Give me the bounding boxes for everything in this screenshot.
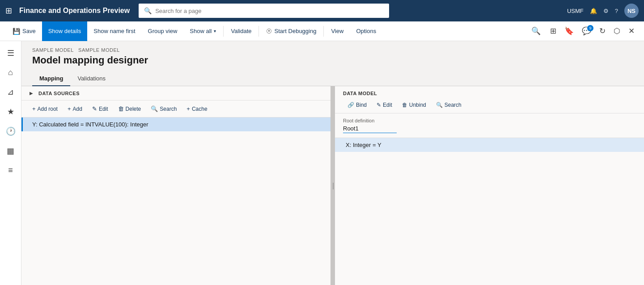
add-root-button[interactable]: + Add root [28, 103, 62, 114]
collapse-button[interactable]: ▶ [28, 90, 35, 96]
root-definition-area: Root definition Root1 [335, 113, 644, 138]
right-toolbar: 🔗 Bind ✎ Edit 🗑 Unbind 🔍 [343, 100, 636, 110]
left-pane: ▶ DATA SOURCES + Add root + Add ✎ Edit [21, 86, 331, 285]
view-button[interactable]: View [325, 21, 350, 41]
root-definition-label: Root definition [343, 118, 636, 123]
open-icon[interactable]: ⬡ [610, 25, 623, 38]
add-root-icon: + [32, 105, 36, 112]
close-icon[interactable]: ✕ [625, 25, 638, 38]
notification-icon[interactable]: 💬 9 [579, 25, 594, 38]
divider-handle[interactable] [331, 86, 335, 285]
breadcrumb: SAMPLE MODEL SAMPLE MODEL [32, 47, 633, 53]
save-icon: 💾 [13, 28, 20, 35]
root-definition-value[interactable]: Root1 [343, 125, 397, 133]
right-pane: DATA MODEL 🔗 Bind ✎ Edit 🗑 Unbind [335, 86, 644, 285]
bind-button[interactable]: 🔗 Bind [343, 100, 371, 110]
save-button[interactable]: 💾 Save [6, 21, 42, 41]
edit-icon: ✎ [92, 105, 97, 112]
personalize-icon[interactable]: ⊞ [547, 25, 559, 38]
unbind-button[interactable]: 🗑 Unbind [398, 100, 431, 110]
cache-button[interactable]: + Cache [182, 103, 212, 114]
show-details-button[interactable]: Show details [42, 21, 88, 41]
actionbar-search-icon[interactable]: 🔍 [527, 26, 545, 36]
group-view-button[interactable]: Group view [142, 21, 184, 41]
refresh-icon[interactable]: ↻ [596, 25, 609, 38]
right-edit-icon: ✎ [377, 102, 381, 108]
right-data-list: X: Integer = Y [335, 138, 644, 285]
delete-icon: 🗑 [118, 105, 124, 112]
validate-button[interactable]: Validate [225, 21, 258, 41]
tab-validations[interactable]: Validations [70, 71, 113, 86]
sidebar: ☰ ⌂ ⊿ ★ 🕐 ▦ ≡ [0, 41, 21, 285]
options-button[interactable]: Options [350, 21, 382, 41]
separator-3 [323, 26, 324, 37]
table-row[interactable]: X: Integer = Y [335, 138, 644, 152]
search-icon-left: 🔍 [151, 105, 158, 112]
actionbar-right-icons: ⊞ 🔖 💬 9 ↻ ⬡ ✕ [547, 25, 638, 38]
page-title: Model mapping designer [32, 54, 633, 66]
notification-badge: 9 [587, 25, 593, 31]
actionbar: 💾 Save Show details Show name first Grou… [0, 21, 644, 41]
bell-icon[interactable]: 🔔 [590, 8, 597, 14]
settings-icon[interactable]: ⚙ [603, 8, 609, 14]
left-toolbar: + Add root + Add ✎ Edit 🗑 Delete [21, 101, 330, 117]
user-label[interactable]: USMF [567, 8, 584, 14]
search-input[interactable] [155, 8, 384, 14]
topbar-right: USMF 🔔 ⚙ ? NS [567, 4, 639, 18]
search-icon: 🔍 [144, 7, 152, 14]
right-search-button[interactable]: 🔍 Search [432, 100, 466, 110]
search-button[interactable]: 🔍 Search [146, 103, 181, 114]
debug-icon: ⦿ [266, 28, 272, 34]
table-row[interactable]: Y: Calculated field = INTVALUE(100): Int… [21, 117, 330, 131]
apps-icon[interactable]: ⊞ [5, 6, 12, 16]
cache-icon: + [186, 105, 190, 112]
show-name-first-button[interactable]: Show name first [87, 21, 141, 41]
bind-icon: 🔗 [347, 102, 354, 108]
separator-2 [258, 26, 259, 37]
delete-button[interactable]: 🗑 Delete [114, 103, 146, 114]
edit-button[interactable]: ✎ Edit [88, 103, 113, 114]
split-pane: ▶ DATA SOURCES + Add root + Add ✎ Edit [21, 86, 644, 285]
left-pane-header: ▶ DATA SOURCES [21, 86, 330, 101]
left-pane-title: DATA SOURCES [38, 91, 80, 96]
avatar[interactable]: NS [624, 4, 639, 18]
right-pane-title: DATA MODEL [343, 91, 636, 96]
sidebar-filter-icon[interactable]: ⊿ [4, 84, 17, 101]
sidebar-home-icon[interactable]: ⌂ [4, 64, 17, 81]
add-button[interactable]: + Add [63, 103, 87, 114]
search-bar[interactable]: 🔍 [139, 4, 389, 18]
bookmark-icon[interactable]: 🔖 [561, 25, 577, 38]
show-all-button[interactable]: Show all ▾ [183, 21, 222, 41]
layout: ☰ ⌂ ⊿ ★ 🕐 ▦ ≡ SAMPLE MODEL SAMPLE MODEL … [0, 41, 644, 285]
start-debugging-button[interactable]: ⦿ Start Debugging [260, 21, 322, 41]
show-all-dropdown-arrow: ▾ [214, 29, 216, 34]
sidebar-recent-icon[interactable]: 🕐 [2, 123, 19, 140]
separator-1 [223, 26, 224, 37]
right-pane-header: DATA MODEL 🔗 Bind ✎ Edit 🗑 Unbind [335, 86, 644, 113]
left-data-list: Y: Calculated field = INTVALUE(100): Int… [21, 117, 330, 285]
unbind-icon: 🗑 [402, 102, 407, 108]
add-icon: + [68, 105, 71, 112]
page-header: SAMPLE MODEL SAMPLE MODEL Model mapping … [21, 41, 644, 71]
sidebar-menu-icon[interactable]: ☰ [4, 45, 18, 62]
right-search-icon: 🔍 [436, 102, 443, 108]
sidebar-list-icon[interactable]: ≡ [4, 162, 17, 179]
main-content: SAMPLE MODEL SAMPLE MODEL Model mapping … [21, 41, 644, 285]
app-title: Finance and Operations Preview [19, 7, 130, 15]
topbar: ⊞ Finance and Operations Preview 🔍 USMF … [0, 0, 644, 21]
tab-mapping[interactable]: Mapping [32, 71, 70, 86]
tabs: Mapping Validations [21, 71, 644, 86]
sidebar-favorites-icon[interactable]: ★ [4, 103, 18, 120]
right-edit-button[interactable]: ✎ Edit [372, 100, 397, 110]
help-icon[interactable]: ? [615, 8, 618, 14]
sidebar-workspace-icon[interactable]: ▦ [3, 142, 18, 159]
